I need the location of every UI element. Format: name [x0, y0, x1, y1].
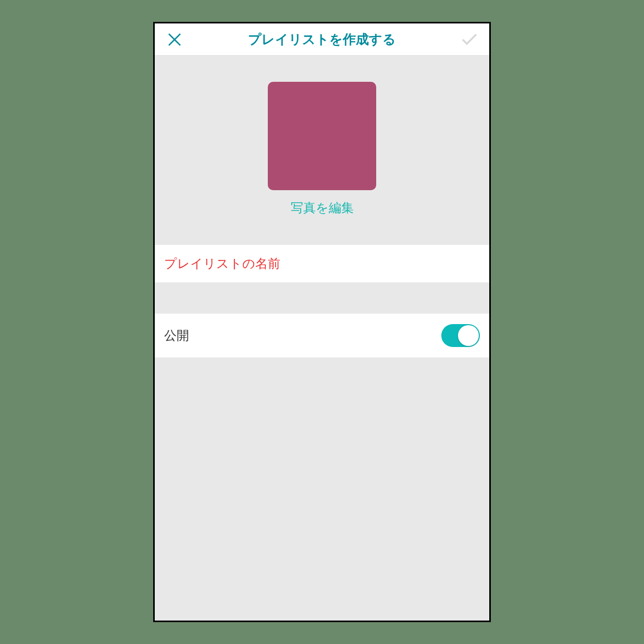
- playlist-name-input[interactable]: [164, 256, 480, 271]
- confirm-button[interactable]: [459, 29, 480, 50]
- check-icon: [461, 33, 478, 46]
- app-screen: プレイリストを作成する 写真を編集 公開: [153, 22, 491, 622]
- public-toggle[interactable]: [441, 324, 480, 347]
- photo-section: 写真を編集: [155, 56, 489, 237]
- playlist-cover-placeholder[interactable]: [268, 82, 376, 190]
- header-bar: プレイリストを作成する: [155, 23, 489, 56]
- page-title: プレイリストを作成する: [185, 31, 459, 48]
- public-section: 公開: [155, 314, 489, 357]
- public-label: 公開: [164, 327, 189, 344]
- close-button[interactable]: [164, 29, 185, 50]
- toggle-knob: [458, 325, 479, 346]
- name-section: [155, 245, 489, 282]
- edit-photo-link[interactable]: 写真を編集: [291, 200, 354, 216]
- close-icon: [167, 32, 182, 47]
